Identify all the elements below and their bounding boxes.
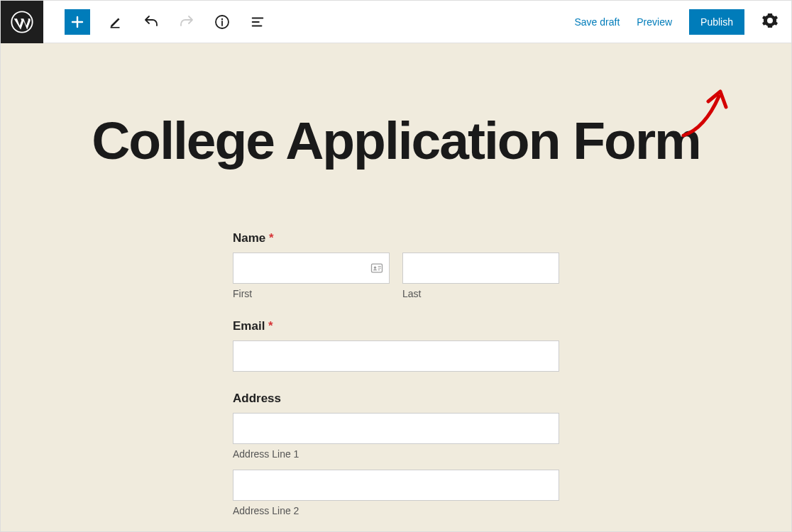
- form-block: Name * First Last Email *: [233, 231, 559, 516]
- first-name-input[interactable]: [233, 253, 390, 284]
- right-tool-group: Save draft Preview Publish: [574, 1, 779, 43]
- page-title[interactable]: College Application Form: [41, 114, 751, 167]
- edit-mode-icon[interactable]: [106, 12, 126, 32]
- settings-gear-icon[interactable]: [761, 12, 779, 32]
- name-label: Name *: [233, 231, 559, 245]
- info-icon[interactable]: [212, 12, 232, 32]
- outline-icon[interactable]: [248, 12, 268, 32]
- name-field-group: Name * First Last: [233, 231, 559, 299]
- editor-toolbar: Save draft Preview Publish: [1, 1, 791, 43]
- save-draft-button[interactable]: Save draft: [574, 16, 620, 28]
- svg-point-4: [374, 267, 376, 269]
- required-asterisk: *: [269, 231, 274, 245]
- last-name-sublabel: Last: [402, 288, 559, 299]
- preview-button[interactable]: Preview: [637, 16, 672, 28]
- add-block-button[interactable]: [65, 9, 90, 35]
- editor-canvas: College Application Form Name * First La…: [1, 43, 791, 532]
- email-label: Email *: [233, 319, 559, 333]
- undo-icon[interactable]: [141, 12, 161, 32]
- email-field-group: Email *: [233, 319, 559, 372]
- address-line2-sublabel: Address Line 2: [233, 505, 559, 516]
- last-name-input[interactable]: [402, 253, 559, 284]
- wordpress-logo[interactable]: [1, 1, 43, 43]
- first-name-sublabel: First: [233, 288, 390, 299]
- address-line2-input[interactable]: [233, 470, 559, 501]
- left-tool-group: [65, 9, 268, 35]
- required-asterisk: *: [268, 319, 273, 333]
- svg-point-2: [221, 18, 223, 19]
- publish-button[interactable]: Publish: [689, 9, 744, 35]
- email-input[interactable]: [233, 340, 559, 372]
- address-field-group: Address Address Line 1 Address Line 2: [233, 392, 559, 516]
- address-label: Address: [233, 392, 559, 406]
- id-card-icon: [370, 261, 384, 278]
- redo-icon: [177, 12, 197, 32]
- address-line1-sublabel: Address Line 1: [233, 448, 559, 460]
- address-line1-input[interactable]: [233, 413, 559, 444]
